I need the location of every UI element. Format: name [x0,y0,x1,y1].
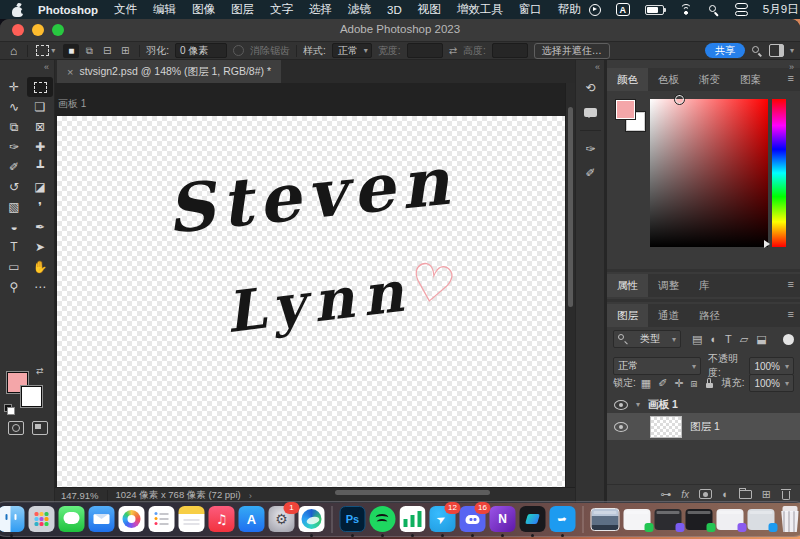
tool-frame[interactable]: ⊠ [27,117,53,137]
tool-history-brush[interactable]: ↺ [1,177,27,197]
horizontal-scrollbar-thumb[interactable] [335,490,490,495]
menu-item[interactable]: 视图 [410,2,449,17]
menu-item[interactable]: 帮助 [550,2,589,17]
filter-smart-objects-icon[interactable]: ⬓ [756,333,766,346]
current-tool-preset[interactable]: ▾ [34,45,57,56]
menu-item[interactable]: 编辑 [145,2,184,17]
layer-group-icon[interactable] [739,490,752,499]
window-title-bar[interactable]: Adobe Photoshop 2023 [0,19,800,42]
minimized-window-2[interactable] [655,509,682,530]
lock-artboard-icon[interactable]: ⧈ [691,377,698,390]
tool-clone-stamp[interactable]: ┻ [27,157,53,177]
visibility-eye-icon[interactable] [614,400,628,410]
brushes-icon[interactable]: ✐ [583,165,599,181]
panel-tab[interactable]: 路径 [689,304,730,327]
panel-tab[interactable]: 属性 [607,274,648,297]
new-selection-icon[interactable]: ■ [63,44,79,58]
panel-tab[interactable]: 渐变 [689,68,730,91]
antialias-checkbox[interactable] [233,45,244,56]
panel-menu-icon[interactable]: ≡ [788,72,794,84]
filter-adjustment-layers-icon[interactable]: ◐ [710,333,717,345]
history-icon[interactable]: ⟲ [583,80,599,96]
close-tab-icon[interactable]: × [67,66,73,78]
tool-gradient[interactable]: ▧ [1,197,27,217]
minimized-window-3[interactable] [686,509,713,530]
dock-messages-icon[interactable] [59,506,85,532]
layer-row[interactable]: 图层 1 [607,413,800,440]
layer-effects-icon[interactable]: fx [681,489,689,500]
panel-tab[interactable]: 库 [689,274,720,297]
intersect-selection-icon[interactable]: ⊞ [117,44,133,58]
workspace-switcher-icon[interactable] [769,44,784,57]
menu-clock[interactable]: 5月9日 周二 下午3:22 [763,2,800,17]
add-selection-icon[interactable]: ⧉ [81,44,97,58]
collapse-panel-icon[interactable]: » [789,62,794,72]
panel-tab[interactable]: 通道 [648,304,689,327]
select-and-mask-button[interactable]: 选择并遮住… [534,43,610,59]
color-field-marker[interactable] [674,94,685,105]
dock-finder-icon[interactable] [0,506,25,532]
document-tab[interactable]: × stvsign2.psd @ 148% (图层 1, RGB/8#) * [57,60,281,83]
style-select[interactable]: 正常 ▾ [332,43,372,58]
tool-zoom[interactable]: ⚲ [1,277,27,297]
dock-telegram-icon[interactable]: 12 [430,506,456,532]
canvas-area[interactable]: 画板 1 Steven Lynn ♡ [55,83,575,487]
dock-notes-icon[interactable] [179,506,205,532]
tool-brush[interactable]: ✐ [1,157,27,177]
expand-panels-icon[interactable]: « [595,62,600,72]
artboard-row[interactable]: ▾ 画板 1 [607,396,800,413]
lock-transparency-icon[interactable]: ▦ [641,377,651,390]
fill-select[interactable]: 100% ▾ [749,374,794,392]
hue-slider[interactable] [772,99,786,247]
panel-menu-icon[interactable]: ≡ [788,278,794,290]
tool-rectangular-marquee[interactable] [27,77,53,97]
layer-name[interactable]: 图层 1 [690,420,720,434]
feather-input[interactable]: 0 像素 [175,43,227,58]
menu-item[interactable]: 文字 [262,2,301,17]
width-input[interactable] [407,43,443,58]
opacity-select[interactable]: 100% ▾ [749,357,794,375]
dock-mail-icon[interactable] [89,506,115,532]
tool-spot-healing[interactable]: ✚ [27,137,53,157]
lock-all-icon[interactable] [705,378,714,388]
battery-icon[interactable] [645,5,664,15]
minimized-window-1[interactable] [624,509,651,530]
minimized-window-5[interactable] [748,509,775,530]
dock-reminders-icon[interactable] [149,506,175,532]
tool-object-selection[interactable]: ❏ [27,97,53,117]
spotlight-icon[interactable] [708,4,720,16]
menu-item[interactable]: 滤镜 [340,2,379,17]
subtract-selection-icon[interactable]: ⊟ [99,44,115,58]
swap-dimensions-icon[interactable]: ⇄ [449,45,457,56]
tool-eyedropper[interactable]: ✑ [1,137,27,157]
comment-icon[interactable] [583,104,599,120]
filter-shape-layers-icon[interactable]: ▱ [740,333,748,346]
vertical-scrollbar[interactable] [565,83,575,487]
default-colors-icon[interactable] [4,404,15,415]
input-source-icon[interactable]: A [616,3,630,16]
artboard-name[interactable]: 画板 1 [648,398,678,412]
dock-spotify-icon[interactable] [370,506,396,532]
tool-crop[interactable]: ⧉ [1,117,27,137]
layer-filter-select[interactable]: 类型 ▾ [613,330,681,348]
height-input[interactable] [492,43,528,58]
lock-position-icon[interactable]: ✛ [674,377,683,390]
layer-thumbnail[interactable] [650,416,682,438]
dock-settings-icon[interactable]: 1 [269,506,295,532]
search-icon[interactable] [751,45,763,57]
dock-loop-icon[interactable] [520,506,546,532]
tool-type[interactable]: T [1,237,27,257]
dock-appstore-icon[interactable] [239,506,265,532]
artboard-label[interactable]: 画板 1 [58,97,86,111]
swap-colors-icon[interactable]: ⇄ [36,366,44,376]
minimized-window-4[interactable] [717,509,744,530]
filter-pixel-layers-icon[interactable]: ▤ [692,333,702,346]
panel-tab[interactable]: 色板 [648,68,689,91]
new-layer-icon[interactable]: ⊞ [762,488,771,501]
tool-edit-toolbar[interactable]: ⋯ [27,277,53,297]
collapse-tools-icon[interactable]: « [44,62,49,72]
tool-eraser[interactable]: ◪ [27,177,53,197]
filter-toggle-icon[interactable] [783,334,794,345]
dock-twitter-icon[interactable] [550,506,576,532]
control-center-icon[interactable] [735,3,748,16]
